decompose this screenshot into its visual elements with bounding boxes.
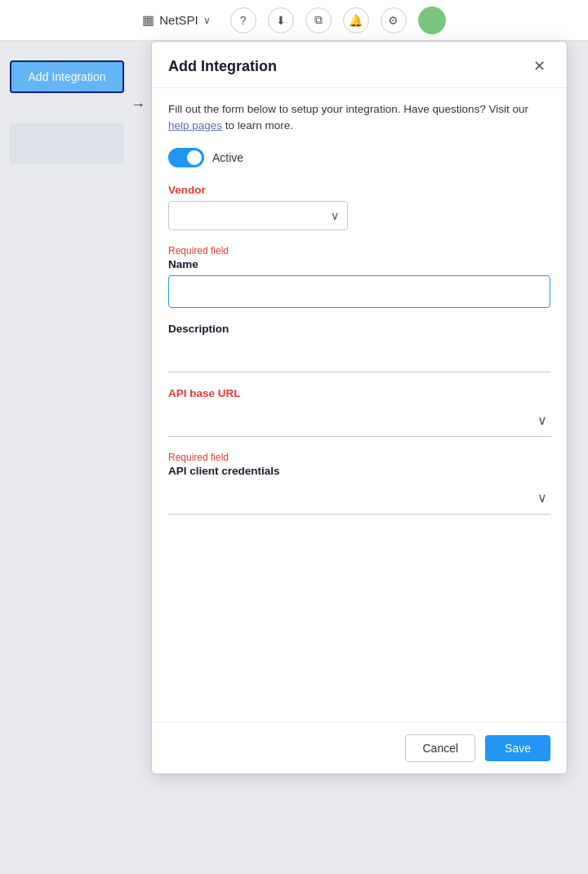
modal-footer: Cancel Save [152, 722, 567, 774]
api-url-label: API base URL [168, 387, 550, 399]
api-url-chevron-icon: ∨ [537, 412, 547, 428]
brand-name: NetSPI [159, 13, 198, 27]
sidebar-placeholder [10, 123, 124, 164]
api-credentials-chevron-icon: ∨ [537, 490, 547, 506]
vendor-field-group: Vendor ∨ [168, 184, 550, 230]
vendor-label: Vendor [168, 184, 550, 196]
help-pages-link[interactable]: help pages [168, 119, 222, 132]
settings-icon-button[interactable]: ⚙ [381, 7, 407, 33]
api-credentials-dropdown[interactable]: ∨ [168, 482, 550, 515]
modal-overlay: Add Integration ✕ Fill out the form belo… [151, 41, 588, 874]
description-input[interactable] [168, 340, 550, 372]
description-text-part2: to learn more. [222, 119, 293, 132]
download-icon-button[interactable]: ⬇ [268, 7, 294, 33]
bell-icon-button[interactable]: 🔔 [343, 7, 369, 33]
modal-body: Fill out the form below to setup your in… [152, 88, 567, 722]
user-avatar[interactable] [418, 7, 446, 34]
arrow-indicator: → [131, 96, 141, 114]
top-navigation: ▦ NetSPI ∨ ? ⬇ ⧉ 🔔 ⚙ [0, 0, 588, 41]
nav-icon-group: ? ⬇ ⧉ 🔔 ⚙ [230, 7, 446, 34]
api-credentials-label: API client credentials [168, 465, 550, 477]
active-toggle[interactable] [168, 148, 204, 167]
api-credentials-required-text: Required field [168, 452, 550, 463]
sidebar: Add Integration → [0, 41, 151, 874]
add-integration-modal: Add Integration ✕ Fill out the form belo… [151, 41, 568, 774]
name-input[interactable] [168, 275, 550, 308]
add-integration-button[interactable]: Add Integration [10, 60, 124, 93]
brand-chevron-icon: ∨ [203, 15, 211, 26]
active-toggle-row: Active [168, 148, 550, 167]
modal-close-button[interactable]: ✕ [528, 55, 550, 78]
description-label: Description [168, 323, 550, 335]
name-required-text: Required field [168, 245, 550, 256]
name-field-group: Required field Name [168, 245, 550, 308]
brand-icon: ▦ [142, 12, 154, 28]
vendor-chevron-icon: ∨ [331, 209, 339, 222]
modal-header: Add Integration ✕ [152, 42, 567, 88]
api-url-field-group: API base URL ∨ [168, 387, 550, 437]
modal-body-spacer [168, 529, 550, 709]
modal-description: Fill out the form below to setup your in… [168, 101, 550, 135]
vendor-select[interactable]: ∨ [168, 201, 348, 230]
main-layout: Add Integration → Add Integration ✕ Fill… [0, 41, 588, 874]
cancel-button[interactable]: Cancel [405, 734, 475, 762]
api-url-dropdown[interactable]: ∨ [168, 404, 550, 437]
copy-icon-button[interactable]: ⧉ [305, 7, 332, 33]
modal-title: Add Integration [168, 58, 277, 75]
save-button[interactable]: Save [485, 735, 550, 761]
description-field-group: Description [168, 323, 550, 372]
help-icon-button[interactable]: ? [230, 7, 256, 33]
toggle-slider [168, 148, 204, 167]
name-label: Name [168, 258, 550, 270]
nav-brand[interactable]: ▦ NetSPI ∨ [142, 12, 211, 28]
api-credentials-field-group: Required field API client credentials ∨ [168, 452, 550, 515]
description-text-part1: Fill out the form below to setup your in… [168, 103, 528, 115]
active-toggle-label: Active [212, 151, 243, 164]
